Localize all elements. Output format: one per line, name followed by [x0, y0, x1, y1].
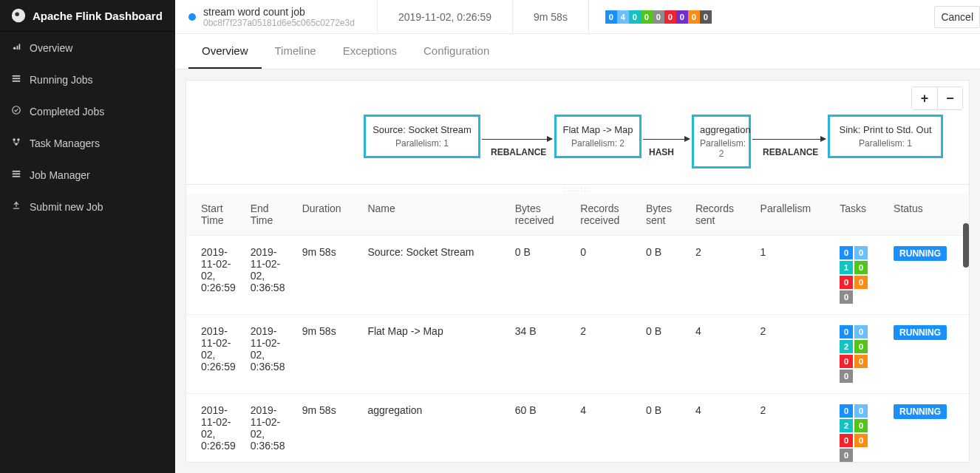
graph-node[interactable]: aggregationParallelism: 2 — [692, 115, 751, 169]
tab-overview[interactable]: Overview — [188, 34, 262, 69]
status-cell: RUNNING — [886, 315, 969, 394]
col-header[interactable]: Parallelism — [753, 194, 833, 236]
task-count-badge: 0 — [840, 434, 853, 447]
task-count-badge: 2 — [840, 419, 853, 432]
svg-point-9 — [13, 138, 16, 141]
graph-node[interactable]: Flat Map -> MapParallelism: 2 — [554, 115, 642, 158]
task-count-badge: 0 — [854, 434, 868, 447]
status-badge: 0 — [676, 10, 688, 24]
status-cell: RUNNING — [886, 394, 969, 463]
table-row[interactable]: 2019-11-02-02,0:26:592019-11-02-02,0:36:… — [186, 236, 969, 315]
tab-exceptions[interactable]: Exceptions — [330, 34, 410, 69]
status-tag: RUNNING — [894, 246, 947, 261]
col-header[interactable]: Status — [886, 194, 969, 236]
upload-icon — [10, 200, 22, 213]
cell: 60 B — [508, 394, 574, 463]
sidebar-item-label: Completed Jobs — [30, 106, 104, 118]
status-badges: 040000000 — [605, 10, 712, 24]
sidebar-item-job-manager[interactable]: Job Manager — [0, 159, 175, 191]
graph-node[interactable]: Source: Socket StreamParallelism: 1 — [364, 115, 480, 158]
cell: 2019-11-02-02,0:36:58 — [243, 315, 295, 394]
list-icon — [10, 73, 22, 86]
status-badge: 0 — [664, 10, 676, 24]
cancel-button[interactable]: Cancel — [934, 6, 980, 28]
job-status-dot — [188, 13, 196, 21]
cell: 4 — [573, 394, 639, 463]
svg-rect-14 — [13, 176, 21, 177]
status-badge: 0 — [653, 10, 664, 24]
table-row[interactable]: 2019-11-02-02,0:26:592019-11-02-02,0:36:… — [186, 315, 969, 394]
task-count-badge: 2 — [840, 340, 853, 353]
node-parallelism: Parallelism: 1 — [372, 138, 472, 149]
col-header[interactable]: Duration — [295, 194, 361, 236]
col-header[interactable]: Recordssent — [688, 194, 753, 236]
cell: 2 — [573, 315, 639, 394]
edge-label: REBALANCE — [763, 147, 818, 157]
node-title: Sink: Print to Std. Out — [836, 124, 935, 135]
task-count-badge: 0 — [854, 419, 868, 432]
svg-rect-6 — [13, 78, 21, 79]
cell: 2019-11-02-02,0:26:59 — [186, 394, 243, 463]
col-header[interactable]: Bytessent — [639, 194, 688, 236]
col-header[interactable]: Bytesreceived — [508, 194, 574, 236]
node-title: Flat Map -> Map — [562, 124, 633, 135]
svg-rect-7 — [13, 81, 21, 82]
job-header: stream word count job 0bc8f7f237a05181d6… — [175, 0, 980, 34]
col-header[interactable]: End Time — [243, 194, 295, 236]
scrollbar-thumb[interactable] — [963, 223, 969, 268]
sidebar-item-completed-jobs[interactable]: Completed Jobs — [0, 95, 175, 127]
cell: 34 B — [508, 315, 574, 394]
status-tag: RUNNING — [894, 325, 947, 340]
app-title: Apache Flink Dashboard — [33, 10, 163, 22]
col-header[interactable]: Recordsreceived — [573, 194, 639, 236]
cluster-icon — [10, 137, 22, 149]
status-badge: 4 — [617, 10, 629, 24]
col-header[interactable]: Name — [360, 194, 507, 236]
tasks-table-wrap: Start TimeEnd TimeDurationNameBytesrecei… — [186, 194, 970, 463]
task-count-badge: 0 — [854, 340, 868, 353]
tab-configuration[interactable]: Configuration — [410, 34, 503, 69]
sidebar-item-running-jobs[interactable]: Running Jobs — [0, 64, 175, 95]
app-header: Apache Flink Dashboard — [0, 0, 175, 32]
tasks-cell: 0020000 — [832, 315, 886, 394]
sidebar-item-overview[interactable]: Overview — [0, 32, 175, 64]
col-header[interactable]: Tasks — [832, 194, 886, 236]
status-badge: 0 — [641, 10, 653, 24]
cell: Source: Socket Stream — [360, 236, 507, 315]
task-count-badge: 0 — [840, 325, 853, 338]
job-duration: 9m 58s — [512, 0, 588, 33]
cell: Flat Map -> Map — [360, 315, 507, 394]
graph-edge — [643, 139, 690, 140]
sidebar-item-label: Overview — [30, 42, 72, 54]
tasks-cell: 0020000 — [832, 394, 886, 463]
col-header[interactable]: Start Time — [186, 194, 243, 236]
cell: 1 — [753, 236, 833, 315]
graph-node[interactable]: Sink: Print to Std. OutParallelism: 1 — [828, 115, 943, 158]
sidebar-item-submit-new-job[interactable]: Submit new Job — [0, 191, 175, 222]
task-count-badge: 0 — [840, 370, 853, 383]
job-id: 0bc8f7f237a05181d6e5c065c0272e3d — [203, 18, 355, 28]
node-title: aggregation — [700, 124, 743, 135]
svg-point-8 — [13, 106, 21, 115]
cell: 0 B — [639, 315, 688, 394]
status-cell: RUNNING — [886, 236, 969, 315]
cell: 2 — [753, 394, 833, 463]
sidebar-item-task-managers[interactable]: Task Managers — [0, 127, 175, 159]
tab-timeline[interactable]: Timeline — [262, 34, 330, 69]
task-count-badge: 0 — [840, 404, 853, 418]
status-badge: 0 — [688, 10, 700, 24]
dashboard-icon — [10, 41, 22, 54]
table-row[interactable]: 2019-11-02-02,0:26:592019-11-02-02,0:36:… — [186, 394, 969, 463]
resize-handle[interactable]: :::::::: — [186, 185, 970, 194]
graph-canvas[interactable]: Source: Socket StreamParallelism: 1Flat … — [186, 81, 969, 184]
edge-label: HASH — [649, 147, 674, 157]
node-parallelism: Parallelism: 1 — [836, 138, 935, 149]
sidebar: Apache Flink Dashboard OverviewRunning J… — [0, 0, 175, 473]
svg-point-10 — [17, 138, 20, 141]
check-circle-icon — [10, 105, 22, 118]
status-tag: RUNNING — [894, 404, 947, 419]
task-count-badge: 0 — [854, 246, 868, 259]
sidebar-item-label: Running Jobs — [30, 74, 93, 86]
cell: 9m 58s — [295, 315, 361, 394]
svg-rect-5 — [13, 75, 21, 77]
